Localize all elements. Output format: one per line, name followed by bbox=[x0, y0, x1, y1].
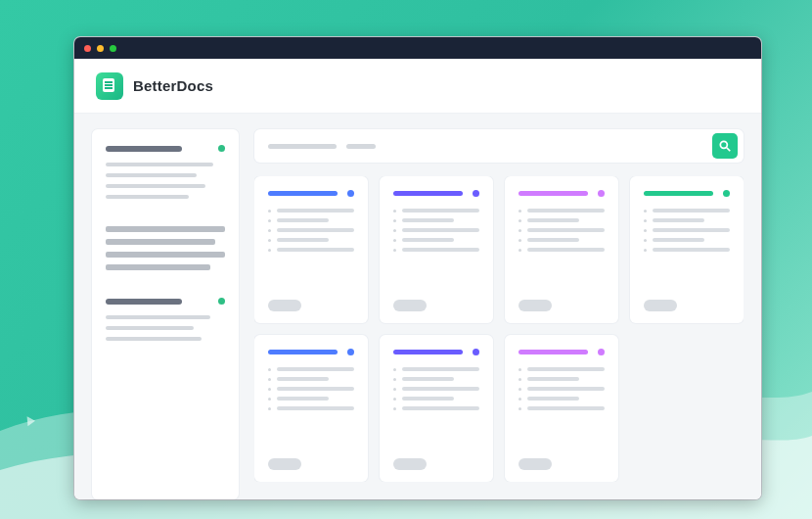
sidebar-item[interactable] bbox=[106, 252, 225, 258]
card-item[interactable] bbox=[644, 209, 730, 212]
card-item-text bbox=[277, 367, 354, 371]
card-item-text bbox=[653, 209, 730, 212]
card-item[interactable] bbox=[519, 406, 605, 410]
doc-category-card[interactable] bbox=[254, 176, 368, 323]
bullet-icon bbox=[393, 398, 396, 401]
card-item[interactable] bbox=[519, 209, 605, 212]
card-item[interactable] bbox=[268, 387, 354, 391]
card-item[interactable] bbox=[519, 397, 605, 401]
sidebar-item[interactable] bbox=[106, 239, 215, 245]
card-more-chip[interactable] bbox=[268, 458, 301, 470]
search-icon bbox=[718, 139, 732, 153]
doc-category-card[interactable] bbox=[254, 335, 368, 482]
doc-category-card[interactable] bbox=[505, 335, 618, 482]
card-item[interactable] bbox=[268, 218, 354, 222]
card-more-chip[interactable] bbox=[519, 300, 552, 311]
card-item[interactable] bbox=[268, 248, 354, 252]
card-item[interactable] bbox=[393, 228, 479, 232]
sidebar-item[interactable] bbox=[106, 264, 210, 270]
window-maximize-icon[interactable] bbox=[110, 45, 116, 52]
card-item-text bbox=[277, 377, 329, 381]
card-status-dot-icon bbox=[598, 190, 605, 197]
card-item[interactable] bbox=[393, 406, 479, 410]
sidebar-item[interactable] bbox=[106, 315, 210, 319]
sidebar-group-title bbox=[106, 299, 182, 305]
bullet-icon bbox=[393, 388, 396, 391]
sidebar-item[interactable] bbox=[106, 184, 205, 188]
card-item[interactable] bbox=[268, 406, 354, 410]
bullet-icon bbox=[393, 239, 396, 242]
card-item[interactable] bbox=[393, 397, 479, 401]
bullet-icon bbox=[519, 398, 521, 401]
card-more-chip[interactable] bbox=[519, 458, 552, 470]
card-item[interactable] bbox=[644, 248, 730, 252]
window-close-icon[interactable] bbox=[84, 45, 91, 52]
card-item[interactable] bbox=[519, 218, 605, 222]
card-item[interactable] bbox=[519, 228, 605, 232]
sidebar-item[interactable] bbox=[106, 163, 213, 166]
sidebar-group-header[interactable] bbox=[106, 145, 225, 152]
card-items bbox=[519, 209, 605, 252]
card-item[interactable] bbox=[644, 228, 730, 232]
bullet-icon bbox=[519, 378, 521, 381]
brand-logo-icon bbox=[96, 72, 123, 100]
doc-category-card[interactable] bbox=[630, 176, 744, 323]
browser-window: BetterDocs bbox=[74, 37, 761, 499]
card-item[interactable] bbox=[519, 238, 605, 242]
window-minimize-icon[interactable] bbox=[97, 45, 104, 52]
card-item[interactable] bbox=[393, 367, 479, 371]
search-bar[interactable] bbox=[254, 129, 744, 163]
card-item[interactable] bbox=[268, 228, 354, 232]
status-dot-icon bbox=[218, 145, 225, 152]
card-item[interactable] bbox=[393, 377, 479, 381]
card-item[interactable] bbox=[393, 218, 479, 222]
card-item[interactable] bbox=[393, 248, 479, 252]
sidebar-item[interactable] bbox=[106, 195, 189, 199]
card-item[interactable] bbox=[519, 387, 605, 391]
card-status-dot-icon bbox=[347, 349, 354, 355]
card-item[interactable] bbox=[393, 209, 479, 212]
card-item-text bbox=[277, 218, 329, 222]
card-item[interactable] bbox=[393, 238, 479, 242]
card-more-chip[interactable] bbox=[644, 300, 677, 311]
bullet-icon bbox=[268, 210, 271, 212]
card-item[interactable] bbox=[268, 377, 354, 381]
card-item[interactable] bbox=[519, 248, 605, 252]
doc-category-card[interactable] bbox=[380, 176, 493, 323]
card-item-text bbox=[277, 248, 354, 252]
bullet-icon bbox=[519, 388, 521, 391]
bullet-icon bbox=[519, 219, 521, 222]
card-item[interactable] bbox=[268, 238, 354, 242]
card-item-text bbox=[402, 367, 479, 371]
card-item[interactable] bbox=[519, 367, 605, 371]
brand-bar: BetterDocs bbox=[74, 59, 761, 114]
card-more-chip[interactable] bbox=[393, 300, 427, 311]
card-header bbox=[519, 190, 605, 197]
card-item[interactable] bbox=[393, 387, 479, 391]
card-items bbox=[393, 367, 479, 410]
card-item[interactable] bbox=[644, 218, 730, 222]
doc-category-card[interactable] bbox=[505, 176, 618, 323]
search-button[interactable] bbox=[712, 133, 738, 159]
sidebar-group bbox=[106, 298, 225, 341]
card-item[interactable] bbox=[268, 367, 354, 371]
bullet-icon bbox=[268, 229, 271, 232]
sidebar-item[interactable] bbox=[106, 226, 225, 232]
card-item[interactable] bbox=[268, 209, 354, 212]
card-more-chip[interactable] bbox=[393, 458, 427, 470]
sidebar-item[interactable] bbox=[106, 337, 202, 341]
sidebar-item[interactable] bbox=[106, 173, 197, 177]
bullet-icon bbox=[393, 378, 396, 381]
card-more-chip[interactable] bbox=[268, 300, 301, 311]
sidebar-item[interactable] bbox=[106, 326, 194, 330]
doc-category-card[interactable] bbox=[380, 335, 493, 482]
bullet-icon bbox=[393, 219, 396, 222]
card-item[interactable] bbox=[644, 238, 730, 242]
card-item[interactable] bbox=[519, 377, 605, 381]
card-item[interactable] bbox=[268, 397, 354, 401]
sidebar-group-header[interactable] bbox=[106, 298, 225, 305]
card-item-text bbox=[402, 377, 454, 381]
card-item-text bbox=[277, 238, 329, 242]
bullet-icon bbox=[519, 407, 521, 410]
bullet-icon bbox=[268, 388, 271, 391]
